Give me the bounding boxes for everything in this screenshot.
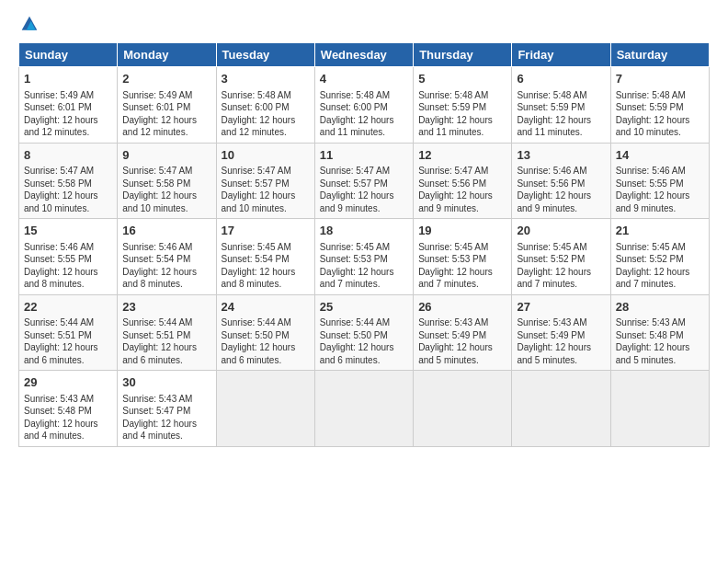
day-number: 22 [24, 299, 112, 316]
logo [18, 15, 39, 33]
header-area [18, 15, 710, 33]
day-cell-24: 24Sunrise: 5:44 AMSunset: 5:50 PMDayligh… [216, 294, 314, 371]
week-row-2: 8Sunrise: 5:47 AMSunset: 5:58 PMDaylight… [19, 143, 710, 219]
day-number: 21 [616, 223, 704, 239]
day-cell-11: 11Sunrise: 5:47 AMSunset: 5:57 PMDayligh… [314, 143, 413, 219]
day-cell-18: 18Sunrise: 5:45 AMSunset: 5:53 PMDayligh… [314, 219, 413, 295]
day-number: 27 [517, 299, 605, 316]
day-header-tuesday: Tuesday [216, 43, 314, 67]
day-cell-12: 12Sunrise: 5:47 AMSunset: 5:56 PMDayligh… [414, 143, 512, 219]
day-number: 26 [418, 299, 506, 316]
day-cell-16: 16Sunrise: 5:46 AMSunset: 5:54 PMDayligh… [118, 219, 216, 295]
day-cell-3: 3Sunrise: 5:48 AMSunset: 6:00 PMDaylight… [216, 67, 314, 144]
day-number: 17 [222, 223, 310, 239]
day-number: 7 [616, 71, 704, 87]
day-number: 15 [24, 223, 112, 239]
day-number: 23 [122, 299, 210, 316]
day-cell-9: 9Sunrise: 5:47 AMSunset: 5:58 PMDaylight… [118, 143, 216, 219]
week-row-4: 22Sunrise: 5:44 AMSunset: 5:51 PMDayligh… [19, 294, 710, 371]
day-cell-20: 20Sunrise: 5:45 AMSunset: 5:52 PMDayligh… [512, 219, 610, 295]
day-number: 5 [418, 71, 506, 87]
day-cell-8: 8Sunrise: 5:47 AMSunset: 5:58 PMDaylight… [19, 143, 118, 219]
day-header-saturday: Saturday [610, 43, 709, 67]
day-number: 16 [122, 223, 210, 239]
day-cell-7: 7Sunrise: 5:48 AMSunset: 5:59 PMDaylight… [610, 67, 709, 144]
day-cell-13: 13Sunrise: 5:46 AMSunset: 5:56 PMDayligh… [512, 143, 610, 219]
day-cell-19: 19Sunrise: 5:45 AMSunset: 5:53 PMDayligh… [414, 219, 512, 295]
day-number: 18 [320, 223, 408, 239]
day-number: 29 [24, 374, 112, 391]
logo-icon [20, 15, 39, 33]
day-number: 6 [517, 71, 605, 87]
day-cell-4: 4Sunrise: 5:48 AMSunset: 6:00 PMDaylight… [314, 67, 413, 144]
day-cell-14: 14Sunrise: 5:46 AMSunset: 5:55 PMDayligh… [610, 143, 709, 219]
day-number: 8 [24, 147, 112, 164]
day-number: 14 [616, 147, 704, 164]
day-header-sunday: Sunday [19, 43, 118, 67]
day-cell-empty [610, 371, 709, 447]
day-number: 28 [616, 299, 704, 316]
day-number: 9 [122, 147, 210, 164]
day-number: 2 [122, 71, 210, 87]
week-row-1: 1Sunrise: 5:49 AMSunset: 6:01 PMDaylight… [19, 67, 710, 144]
day-cell-15: 15Sunrise: 5:46 AMSunset: 5:55 PMDayligh… [19, 219, 118, 295]
day-cell-23: 23Sunrise: 5:44 AMSunset: 5:51 PMDayligh… [118, 294, 216, 371]
day-cell-30: 30Sunrise: 5:43 AMSunset: 5:47 PMDayligh… [118, 371, 216, 447]
day-cell-empty [314, 371, 413, 447]
day-number: 12 [418, 147, 506, 164]
day-cell-5: 5Sunrise: 5:48 AMSunset: 5:59 PMDaylight… [414, 67, 512, 144]
day-header-friday: Friday [512, 43, 610, 67]
day-cell-27: 27Sunrise: 5:43 AMSunset: 5:49 PMDayligh… [512, 294, 610, 371]
day-cell-28: 28Sunrise: 5:43 AMSunset: 5:48 PMDayligh… [610, 294, 709, 371]
day-cell-22: 22Sunrise: 5:44 AMSunset: 5:51 PMDayligh… [19, 294, 118, 371]
day-cell-10: 10Sunrise: 5:47 AMSunset: 5:57 PMDayligh… [216, 143, 314, 219]
day-number: 25 [320, 299, 408, 316]
day-cell-26: 26Sunrise: 5:43 AMSunset: 5:49 PMDayligh… [414, 294, 512, 371]
day-number: 11 [320, 147, 408, 164]
day-number: 1 [24, 71, 112, 87]
week-row-3: 15Sunrise: 5:46 AMSunset: 5:55 PMDayligh… [19, 219, 710, 295]
day-number: 20 [517, 223, 605, 239]
day-number: 30 [122, 374, 210, 391]
day-header-wednesday: Wednesday [314, 43, 413, 67]
day-header-monday: Monday [118, 43, 216, 67]
week-row-5: 29Sunrise: 5:43 AMSunset: 5:48 PMDayligh… [19, 371, 710, 447]
days-header-row: SundayMondayTuesdayWednesdayThursdayFrid… [19, 43, 710, 67]
day-cell-1: 1Sunrise: 5:49 AMSunset: 6:01 PMDaylight… [19, 67, 118, 144]
day-number: 19 [418, 223, 506, 239]
day-number: 10 [222, 147, 310, 164]
day-number: 13 [517, 147, 605, 164]
day-cell-empty [512, 371, 610, 447]
day-header-thursday: Thursday [414, 43, 512, 67]
day-number: 4 [320, 71, 408, 87]
day-number: 3 [222, 71, 310, 87]
day-cell-21: 21Sunrise: 5:45 AMSunset: 5:52 PMDayligh… [610, 219, 709, 295]
day-number: 24 [222, 299, 310, 316]
calendar-table: SundayMondayTuesdayWednesdayThursdayFrid… [18, 42, 710, 447]
day-cell-empty [216, 371, 314, 447]
day-cell-2: 2Sunrise: 5:49 AMSunset: 6:01 PMDaylight… [118, 67, 216, 144]
day-cell-29: 29Sunrise: 5:43 AMSunset: 5:48 PMDayligh… [19, 371, 118, 447]
day-cell-empty [414, 371, 512, 447]
day-cell-17: 17Sunrise: 5:45 AMSunset: 5:54 PMDayligh… [216, 219, 314, 295]
page: SundayMondayTuesdayWednesdayThursdayFrid… [0, 0, 728, 456]
day-cell-6: 6Sunrise: 5:48 AMSunset: 5:59 PMDaylight… [512, 67, 610, 144]
day-cell-25: 25Sunrise: 5:44 AMSunset: 5:50 PMDayligh… [314, 294, 413, 371]
